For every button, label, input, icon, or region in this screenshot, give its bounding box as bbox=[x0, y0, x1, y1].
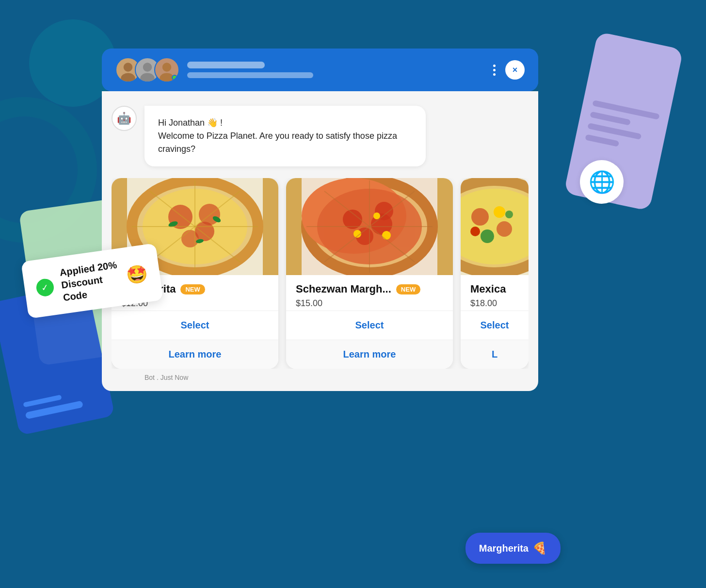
header-text-area bbox=[187, 62, 485, 78]
check-mark: ✓ bbox=[41, 282, 49, 294]
product-image-mexican bbox=[461, 178, 529, 275]
product-card-schezwan: Schezwan Margh... NEW $15.00 Select Lear… bbox=[286, 178, 453, 369]
discount-check-icon: ✓ bbox=[35, 278, 55, 297]
card-name-row-3: Mexica bbox=[470, 283, 519, 295]
product-cards-row: Margherita NEW $12.00 Select Learn more bbox=[112, 178, 529, 369]
product-name-2: Schezwan Margh... bbox=[296, 283, 391, 295]
learn-more-button-2[interactable]: Learn more bbox=[286, 340, 453, 369]
svg-point-3 bbox=[140, 73, 155, 82]
chat-content: 🤖 Hi Jonathan 👋 ! Welcome to Pizza Plane… bbox=[102, 91, 538, 391]
svg-point-0 bbox=[124, 63, 132, 71]
avatar-group bbox=[115, 57, 179, 82]
product-name-3: Mexica bbox=[470, 283, 506, 295]
card-actions-2: Select Learn more bbox=[286, 310, 453, 369]
svg-point-41 bbox=[471, 208, 489, 226]
card-actions-3: Select L bbox=[461, 310, 529, 369]
product-price-2: $15.00 bbox=[296, 298, 443, 309]
svg-point-44 bbox=[494, 206, 505, 218]
svg-point-2 bbox=[143, 63, 152, 71]
bg-card-lines bbox=[584, 100, 660, 160]
bot-avatar: 🤖 bbox=[112, 106, 137, 131]
discount-emoji: 🤩 bbox=[125, 263, 149, 286]
svg-point-43 bbox=[481, 229, 494, 243]
new-badge-2: NEW bbox=[396, 284, 420, 294]
svg-point-31 bbox=[373, 212, 380, 219]
product-card-mexican: Mexica $18.00 Select L bbox=[461, 178, 529, 369]
svg-point-40 bbox=[461, 189, 529, 264]
bg-arc bbox=[0, 97, 97, 243]
svg-point-45 bbox=[470, 227, 480, 236]
select-button-2[interactable]: Select bbox=[286, 310, 453, 340]
header-subtitle-bar bbox=[187, 72, 313, 78]
svg-point-4 bbox=[162, 63, 171, 71]
svg-point-32 bbox=[382, 231, 391, 240]
new-badge-1: NEW bbox=[180, 284, 205, 294]
product-info-schezwan: Schezwan Margh... NEW $15.00 bbox=[286, 275, 453, 310]
dot-1 bbox=[493, 65, 496, 67]
globe-button[interactable]: 🌐 bbox=[580, 160, 624, 204]
chat-header: × bbox=[102, 49, 538, 91]
bot-message-row: 🤖 Hi Jonathan 👋 ! Welcome to Pizza Plane… bbox=[112, 106, 529, 166]
header-icons: × bbox=[493, 60, 525, 80]
learn-more-button-3[interactable]: L bbox=[461, 340, 529, 369]
product-image-schezwan bbox=[286, 178, 453, 275]
bot-timestamp: Bot . Just Now bbox=[144, 374, 529, 381]
close-button[interactable]: × bbox=[505, 60, 525, 80]
bottom-input-chip[interactable]: Margherita 🍕 bbox=[465, 533, 561, 564]
svg-point-42 bbox=[497, 221, 512, 237]
avatar-3 bbox=[154, 57, 179, 82]
bottom-chip-label: Margherita bbox=[479, 543, 529, 554]
learn-more-button-1[interactable]: Learn more bbox=[112, 340, 278, 369]
chat-container: × 🤖 Hi Jonathan 👋 ! Welcome to Pizza Pla… bbox=[102, 49, 538, 391]
close-icon: × bbox=[513, 65, 518, 75]
svg-point-12 bbox=[181, 230, 199, 247]
header-title-bar bbox=[187, 62, 265, 68]
svg-point-1 bbox=[121, 73, 135, 82]
bot-message-bubble: Hi Jonathan 👋 ! Welcome to Pizza Planet.… bbox=[144, 106, 426, 166]
svg-point-46 bbox=[505, 211, 513, 218]
dot-2 bbox=[493, 69, 496, 71]
product-info-mexican: Mexica $18.00 bbox=[461, 275, 529, 310]
discount-text: Applied 20%Discount Code bbox=[59, 259, 121, 304]
bot-body: Welcome to Pizza Planet. Are you ready t… bbox=[158, 131, 397, 154]
select-button-1[interactable]: Select bbox=[112, 310, 278, 340]
bg-card-bar bbox=[23, 394, 62, 407]
online-indicator bbox=[172, 75, 177, 81]
more-options-button[interactable] bbox=[493, 65, 496, 76]
card-name-row-2: Schezwan Margh... NEW bbox=[296, 283, 443, 295]
globe-icon: 🌐 bbox=[589, 169, 615, 195]
chat-body: 🤖 Hi Jonathan 👋 ! Welcome to Pizza Plane… bbox=[102, 91, 538, 391]
dot-3 bbox=[493, 73, 496, 76]
bot-greeting: Hi Jonathan 👋 ! bbox=[158, 118, 223, 128]
product-price-3: $18.00 bbox=[470, 298, 519, 309]
pizza-emoji: 🍕 bbox=[532, 541, 547, 555]
card-actions-1: Select Learn more bbox=[112, 310, 278, 369]
bot-icon: 🤖 bbox=[117, 112, 131, 125]
select-button-3[interactable]: Select bbox=[461, 310, 529, 340]
